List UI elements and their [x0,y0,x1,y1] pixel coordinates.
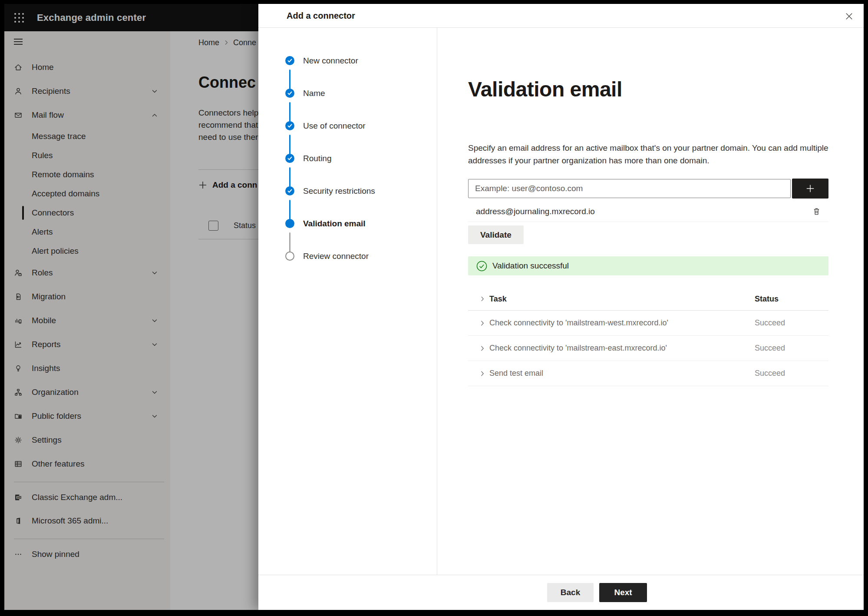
wizard-step-validation-email[interactable]: Validation email [258,207,437,240]
dialog-content: Validation email Specify an email addres… [437,28,864,575]
step-label: Name [303,89,325,98]
table-row[interactable]: Check connectivity to 'mailstream-east.m… [468,336,828,361]
status-cell: Succeed [755,369,828,378]
step-todo-icon [285,252,294,261]
step-completed-icon [285,186,294,195]
validation-table: Task Status Check connectivity to 'mails… [468,288,828,386]
task-cell: Check connectivity to 'mailstream-west.m… [489,318,755,328]
close-icon[interactable] [841,8,857,24]
dialog-title: Add a connector [287,11,355,21]
status-cell: Succeed [755,318,828,328]
validate-button[interactable]: Validate [468,225,524,244]
back-button[interactable]: Back [547,583,594,602]
wizard-step-use-of-connector[interactable]: Use of connector [258,109,437,142]
step-completed-icon [285,89,294,98]
wizard-step-review-connector[interactable]: Review connector [258,240,437,272]
step-completed-icon [285,56,294,65]
dialog-header: Add a connector [258,4,864,28]
step-heading: Validation email [468,77,828,102]
validation-success-banner: Validation successful [468,256,828,275]
dialog-footer: Back Next [258,575,864,610]
step-label: Use of connector [303,121,366,131]
expand-row-icon[interactable] [468,345,489,351]
expand-row-icon[interactable] [468,320,489,326]
status-column-header: Status [755,295,828,304]
expand-row-icon[interactable] [468,371,489,377]
task-column-header: Task [489,295,755,304]
added-address: address@journaling.mxrecord.io [476,207,595,216]
task-cell: Send test email [489,369,755,378]
step-description: Specify an email address for an active m… [468,142,831,167]
background-page: Exchange admin center HomeRecipientsMail… [4,4,258,610]
success-check-icon [476,261,487,272]
add-address-button[interactable] [792,179,828,199]
plus-icon [805,184,815,193]
expand-all-icon[interactable] [468,296,489,302]
email-address-input[interactable] [468,179,791,198]
added-address-row: address@journaling.mxrecord.io [468,201,828,222]
task-cell: Check connectivity to 'mailstream-east.m… [489,344,755,353]
table-row[interactable]: Send test emailSucceed [468,361,828,386]
wizard-step-routing[interactable]: Routing [258,142,437,175]
add-connector-dialog: Add a connector New connectorNameUse of … [258,4,864,610]
modal-dim-overlay [4,4,258,610]
step-label: Security restrictions [303,186,375,196]
success-message: Validation successful [492,261,569,271]
wizard-steps: New connectorNameUse of connectorRouting… [258,28,437,575]
trash-icon[interactable] [809,204,824,219]
step-active-icon [285,219,294,228]
step-completed-icon [285,121,294,130]
step-label: Routing [303,154,332,163]
wizard-step-new-connector[interactable]: New connector [258,44,437,77]
wizard-step-security-restrictions[interactable]: Security restrictions [258,175,437,207]
table-row[interactable]: Check connectivity to 'mailstream-west.m… [468,311,828,336]
table-header-row: Task Status [468,288,828,311]
next-button[interactable]: Next [599,583,647,602]
step-label: New connector [303,56,358,66]
screenshot-frame: Exchange admin center HomeRecipientsMail… [4,4,864,610]
wizard-step-name[interactable]: Name [258,77,437,109]
status-cell: Succeed [755,344,828,353]
step-label: Review connector [303,252,369,261]
step-label: Validation email [303,219,366,229]
step-completed-icon [285,154,294,163]
